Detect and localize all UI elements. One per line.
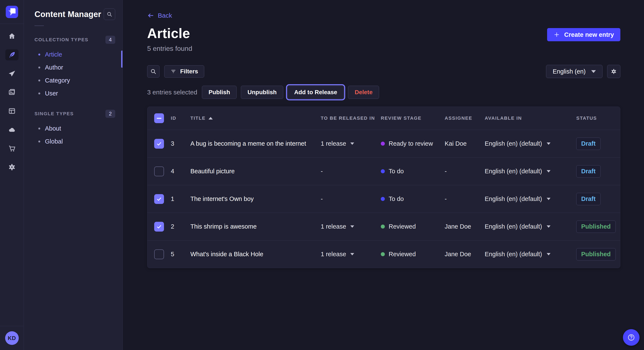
arrow-left-icon [147,12,154,19]
status-badge: Draft [576,193,600,205]
cell-assignee: Jane Doe [445,223,485,230]
column-header-assignee[interactable]: ASSIGNEE [445,116,485,121]
indeterminate-dash-icon [157,118,162,119]
row-checkbox[interactable] [154,194,164,204]
sidebar-item-global[interactable]: Global [34,135,115,148]
nav-content-type-builder-button[interactable] [5,105,18,117]
table-row[interactable]: 1 The internet's Own boy - To do - Engli… [147,185,620,213]
filters-button[interactable]: Filters [164,65,204,78]
selected-count-text: 3 entries selected [147,89,197,96]
back-link[interactable]: Back [147,12,172,19]
cell-review-stage: Reviewed [381,223,445,230]
section-count-badge: 4 [106,36,115,44]
cell-title: This shrimp is awesome [190,223,321,230]
table-row[interactable]: 3 A bug is becoming a meme on the intern… [147,130,620,157]
section-items: About Global [34,122,115,148]
add-to-release-button[interactable]: Add to Release [288,86,344,99]
sidebar-item-category[interactable]: Category [34,74,115,87]
locale-select[interactable]: English (en) [546,65,602,78]
review-stage-value: Reviewed [389,223,416,230]
check-icon [156,141,162,147]
cell-review-stage: Ready to review [381,140,445,147]
sidebar-item-label: Article [45,51,62,58]
cell-id: 2 [171,223,190,230]
content-type-section: SINGLE TYPES 2 About Global [34,110,115,148]
chevron-down-icon [591,70,596,73]
column-header-released-in[interactable]: TO BE RELEASED IN [321,116,381,121]
main-nav-rail: KD [0,0,24,350]
list-search-button[interactable] [147,65,160,78]
check-icon [156,223,162,230]
bullet-icon [38,93,40,94]
cell-available-in[interactable]: English (en) (default) [485,251,576,258]
available-in-value: English (en) (default) [485,140,542,147]
status-badge: Draft [576,138,600,150]
nav-marketplace-button[interactable] [5,143,18,154]
available-in-value: English (en) (default) [485,251,542,258]
strapi-logo-icon [6,6,18,18]
table-row[interactable]: 5 What's inside a Black Hole 1 release R… [147,240,620,268]
search-icon [106,11,112,17]
row-checkbox[interactable] [154,167,164,176]
sidebar-item-article[interactable]: Article [34,48,115,61]
column-header-review-stage[interactable]: REVIEW STAGE [381,116,445,121]
check-icon [156,196,162,202]
cell-id: 4 [171,168,190,175]
create-new-entry-button[interactable]: Create new entry [547,28,620,41]
row-checkbox[interactable] [154,249,164,259]
publish-button[interactable]: Publish [202,86,236,99]
table-row[interactable]: 4 Beautiful picture - To do - English (e… [147,157,620,185]
content-manager-sidebar: Content Manager COLLECTION TYPES 4 Artic… [24,0,123,350]
sidebar-item-about[interactable]: About [34,122,115,135]
delete-button[interactable]: Delete [348,86,379,99]
entries-table: ID TITLE TO BE RELEASED IN REVIEW STAGE … [147,107,620,268]
column-header-id[interactable]: ID [171,116,190,121]
cell-released-in[interactable]: - [321,168,381,175]
sidebar-title: Content Manager [34,10,101,19]
cell-available-in[interactable]: English (en) (default) [485,223,576,230]
stage-dot-icon [381,224,385,229]
nav-content-manager-button[interactable] [5,49,18,60]
column-header-status[interactable]: STATUS [576,116,620,121]
filters-label: Filters [180,68,198,75]
filter-icon [170,68,176,74]
media-images-icon [8,88,16,96]
select-all-checkbox[interactable] [154,113,164,123]
cell-released-in[interactable]: - [321,195,381,202]
cell-released-in[interactable]: 1 release [321,223,381,230]
strapi-logo[interactable] [6,6,18,18]
status-badge: Published [576,248,616,260]
cell-available-in[interactable]: English (en) (default) [485,195,576,202]
unpublish-button[interactable]: Unpublish [241,86,283,99]
bullet-icon [38,54,40,55]
column-header-available-in[interactable]: AVAILABLE IN [485,116,576,121]
stage-dot-icon [381,142,385,146]
rail-icon-nav [0,24,24,173]
content-search-button[interactable] [104,8,115,20]
view-settings-button[interactable] [607,65,620,78]
sidebar-item-user[interactable]: User [34,87,115,100]
nav-deploy-button[interactable] [5,124,18,135]
table-row[interactable]: 2 This shrimp is awesome 1 release Revie… [147,213,620,240]
row-checkbox[interactable] [154,222,164,232]
entries-count-subtitle: 5 entries found [147,45,620,52]
help-button[interactable] [623,329,640,346]
review-stage-value: To do [389,168,404,175]
cell-available-in[interactable]: English (en) (default) [485,140,576,147]
nav-home-button[interactable] [5,31,18,42]
cell-released-in[interactable]: 1 release [321,140,381,147]
user-avatar[interactable]: KD [5,331,19,345]
cell-released-in[interactable]: 1 release [321,251,381,258]
nav-media-library-button[interactable] [5,87,18,98]
cell-title: What's inside a Black Hole [190,251,321,258]
row-checkbox[interactable] [154,139,164,149]
sidebar-item-author[interactable]: Author [34,61,115,74]
strapi-admin-app: KD Content Manager COLLECTION TYPES 4 Ar… [0,0,644,350]
section-label: SINGLE TYPES [34,111,74,117]
list-toolbar: Filters English (en) [147,65,620,78]
nav-settings-button[interactable] [5,162,18,173]
page-title: Article [147,25,190,41]
nav-releases-button[interactable] [5,68,18,79]
cell-available-in[interactable]: English (en) (default) [485,168,576,175]
column-header-title[interactable]: TITLE [190,116,321,121]
